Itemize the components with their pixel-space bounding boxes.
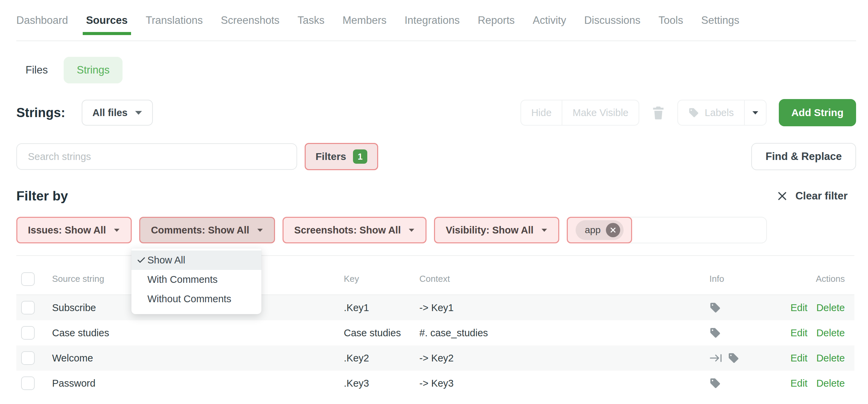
table-row: Case studies Case studies #. case_studie…	[16, 320, 854, 345]
tag-icon	[688, 107, 699, 118]
nav-settings[interactable]: Settings	[701, 14, 739, 27]
labels-filter-active-box[interactable]: app	[567, 217, 632, 243]
clear-filter-button[interactable]: Clear filter	[777, 190, 848, 202]
make-visible-button[interactable]: Make Visible	[562, 100, 639, 125]
dropdown-item-label: Show All	[147, 255, 185, 266]
row-key: .Key2	[344, 353, 419, 364]
filter-pill-issues-label: Issues: Show All	[28, 225, 106, 236]
filter-pill-comments-label: Comments: Show All	[151, 225, 249, 236]
check-icon	[136, 255, 146, 265]
delete-link[interactable]: Delete	[816, 327, 845, 339]
close-icon	[777, 191, 787, 201]
col-header-context: Context	[419, 274, 701, 284]
filters-button-label: Filters	[316, 151, 346, 162]
row-context: -> Key3	[419, 378, 701, 389]
col-header-key: Key	[344, 274, 419, 284]
delete-link[interactable]: Delete	[816, 353, 845, 364]
row-key: .Key1	[344, 302, 419, 313]
filter-by-title: Filter by	[16, 189, 68, 204]
chevron-down-icon	[409, 229, 414, 232]
dropdown-item-with-comments[interactable]: With Comments	[131, 270, 261, 289]
filter-pill-screenshots-label: Screenshots: Show All	[294, 225, 401, 236]
row-context: -> Key2	[419, 353, 701, 364]
col-header-info: Info	[701, 274, 752, 284]
nav-tasks[interactable]: Tasks	[298, 14, 324, 27]
add-string-button[interactable]: Add String	[779, 99, 856, 126]
row-key: .Key3	[344, 378, 419, 389]
tab-files[interactable]: Files	[16, 57, 57, 83]
edit-link[interactable]: Edit	[790, 327, 807, 339]
filters-count-badge: 1	[353, 149, 367, 164]
trash-icon	[652, 106, 664, 119]
filter-pill-visibility-label: Visibility: Show All	[446, 225, 533, 236]
strings-toolbar: Strings: All files Hide Make Visible	[16, 99, 856, 127]
labels-button[interactable]: Labels	[678, 100, 744, 125]
dropdown-item-without-comments[interactable]: Without Comments	[131, 289, 261, 309]
nav-screenshots[interactable]: Screenshots	[221, 14, 279, 27]
row-source-string: Password	[52, 378, 344, 389]
nav-integrations[interactable]: Integrations	[404, 14, 460, 27]
delete-link[interactable]: Delete	[816, 378, 845, 389]
tag-icon	[728, 352, 739, 364]
tab-strings[interactable]: Strings	[64, 57, 122, 83]
nav-tools[interactable]: Tools	[659, 14, 683, 27]
filter-by-row: Filter by Clear filter	[16, 185, 848, 207]
active-tab-underline	[83, 32, 131, 35]
hide-button[interactable]: Hide	[521, 100, 562, 125]
dropdown-item-label: Without Comments	[147, 293, 231, 305]
edit-link[interactable]: Edit	[790, 302, 807, 313]
row-checkbox[interactable]	[21, 301, 35, 314]
visibility-button-group: Hide Make Visible	[520, 100, 640, 126]
file-filter-dropdown[interactable]: All files	[82, 100, 153, 126]
row-source-string: Case studies	[52, 327, 344, 339]
sources-strings-page: Dashboard Sources Translations Screensho…	[0, 0, 868, 404]
edit-link[interactable]: Edit	[790, 378, 807, 389]
label-chip-app: app	[576, 220, 624, 240]
col-header-actions: Actions	[816, 274, 854, 284]
select-all-checkbox[interactable]	[21, 272, 35, 286]
close-icon	[610, 227, 616, 233]
chevron-down-icon	[114, 229, 119, 232]
toolbar-right: Hide Make Visible	[520, 99, 856, 126]
row-context: -> Key1	[419, 302, 701, 313]
nav-activity[interactable]: Activity	[533, 14, 566, 27]
delete-strings-button[interactable]	[652, 106, 664, 119]
nav-members[interactable]: Members	[342, 14, 386, 27]
row-checkbox[interactable]	[21, 376, 35, 390]
filter-pill-issues[interactable]: Issues: Show All	[16, 217, 132, 243]
labels-dropdown-toggle[interactable]	[744, 100, 766, 125]
find-replace-button[interactable]: Find & Replace	[751, 143, 856, 170]
file-filter-value: All files	[93, 107, 128, 118]
row-context: #. case_studies	[419, 327, 701, 339]
dropdown-item-show-all[interactable]: Show All	[131, 251, 261, 270]
edit-link[interactable]: Edit	[790, 353, 807, 364]
filter-pill-comments[interactable]: Comments: Show All	[139, 217, 275, 243]
filter-pill-visibility[interactable]: Visibility: Show All	[434, 217, 559, 243]
search-strings-input[interactable]	[16, 143, 297, 170]
chevron-down-icon	[257, 229, 263, 232]
comments-filter-dropdown: Show All With Comments Without Comments	[131, 248, 261, 314]
filter-pills-row: Issues: Show All Comments: Show All Scre…	[16, 217, 767, 243]
max-length-icon	[709, 352, 723, 364]
nav-dashboard[interactable]: Dashboard	[16, 14, 68, 27]
nav-translations[interactable]: Translations	[146, 14, 203, 27]
row-checkbox[interactable]	[21, 351, 35, 365]
chevron-down-icon	[542, 229, 547, 232]
row-checkbox[interactable]	[21, 326, 35, 340]
top-nav: Dashboard Sources Translations Screensho…	[16, 0, 856, 41]
table-row: Password .Key3 -> Key3 Edit Delete	[16, 371, 854, 396]
nav-reports[interactable]: Reports	[478, 14, 515, 27]
label-chip-text: app	[585, 225, 601, 236]
nav-sources[interactable]: Sources	[86, 14, 128, 27]
tag-icon	[709, 327, 721, 339]
source-subtabs: Files Strings	[16, 57, 123, 83]
tag-icon	[709, 302, 721, 313]
search-row: Filters 1 Find & Replace	[16, 143, 856, 170]
labels-button-group: Labels	[677, 100, 766, 126]
filters-button[interactable]: Filters 1	[305, 143, 378, 170]
filter-pill-screenshots[interactable]: Screenshots: Show All	[283, 217, 427, 243]
labels-filter-field: app	[567, 217, 767, 243]
delete-link[interactable]: Delete	[816, 302, 845, 313]
nav-discussions[interactable]: Discussions	[584, 14, 640, 27]
remove-label-button[interactable]	[606, 223, 620, 237]
